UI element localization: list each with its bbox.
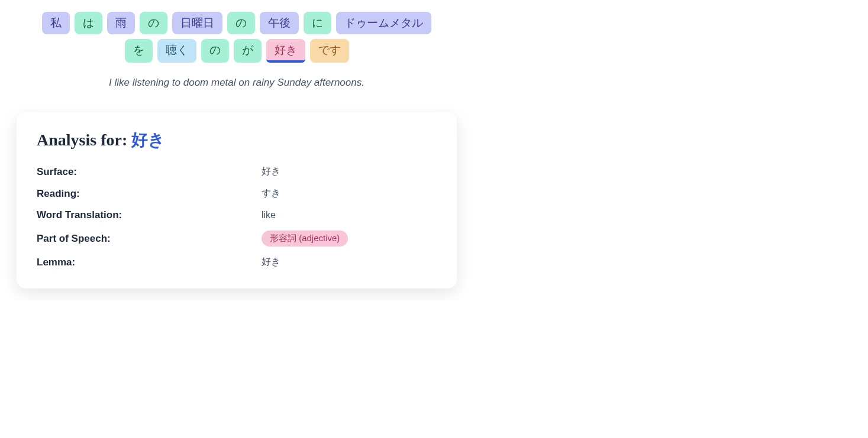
token-14[interactable]: です	[310, 39, 349, 63]
value-word-translation: like	[262, 210, 276, 220]
value-pos: 形容詞 (adjective)	[262, 231, 348, 246]
analysis-heading-word: 好き	[131, 131, 165, 149]
token-7[interactable]: に	[304, 12, 331, 34]
token-5[interactable]: の	[227, 12, 255, 34]
token-11[interactable]: の	[201, 39, 229, 63]
token-13[interactable]: 好き	[266, 39, 305, 63]
label-reading: Reading:	[37, 188, 262, 200]
row-surface: Surface: 好き	[37, 166, 437, 178]
token-2[interactable]: 雨	[107, 12, 135, 34]
sentence-translation: I like listening to doom metal on rainy …	[17, 77, 457, 89]
row-lemma: Lemma: 好き	[37, 256, 437, 268]
value-surface: 好き	[262, 166, 280, 178]
token-4[interactable]: 日曜日	[172, 12, 222, 34]
row-word-translation: Word Translation: like	[37, 209, 437, 221]
analysis-heading-prefix: Analysis for:	[37, 131, 131, 149]
token-9[interactable]: を	[125, 39, 153, 63]
token-6[interactable]: 午後	[260, 12, 299, 34]
token-strip: 私は雨の日曜日の午後にドゥームメタルを聴くのが好きです	[17, 12, 457, 63]
token-3[interactable]: の	[140, 12, 167, 34]
row-pos: Part of Speech: 形容詞 (adjective)	[37, 231, 437, 246]
token-0[interactable]: 私	[42, 12, 70, 34]
label-surface: Surface:	[37, 166, 262, 178]
row-reading: Reading: すき	[37, 187, 437, 200]
label-word-translation: Word Translation:	[37, 209, 262, 221]
token-8[interactable]: ドゥームメタル	[336, 12, 431, 34]
pos-chip: 形容詞 (adjective)	[262, 231, 348, 246]
label-lemma: Lemma:	[37, 257, 262, 268]
token-12[interactable]: が	[234, 39, 262, 63]
label-pos: Part of Speech:	[37, 233, 262, 245]
analysis-heading: Analysis for: 好き	[37, 129, 437, 151]
token-1[interactable]: は	[75, 12, 102, 34]
token-10[interactable]: 聴く	[157, 39, 196, 63]
value-lemma: 好き	[262, 256, 280, 268]
analysis-card: Analysis for: 好き Surface: 好き Reading: すき…	[17, 112, 457, 288]
value-reading: すき	[262, 187, 280, 200]
